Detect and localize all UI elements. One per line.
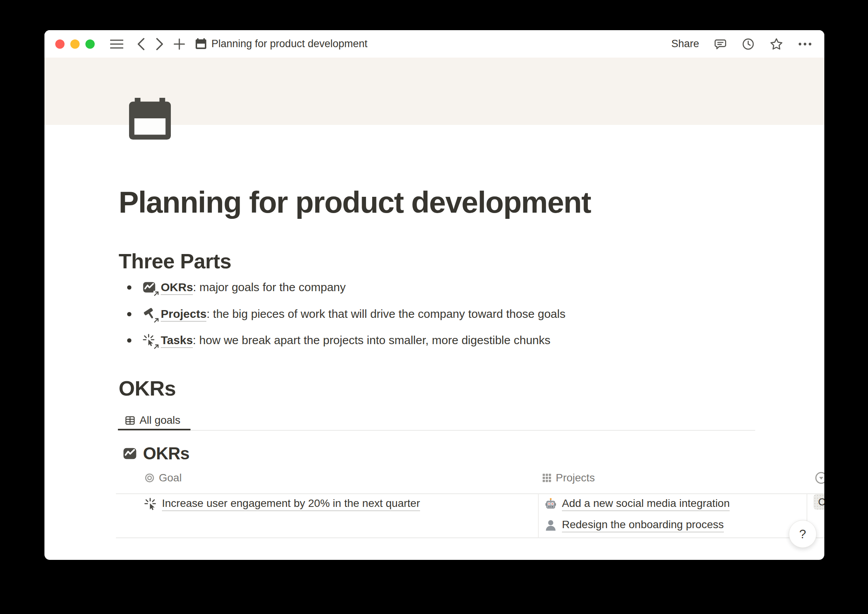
project-link[interactable]: Redesign the onboarding process bbox=[562, 518, 724, 532]
chart-page-icon bbox=[143, 281, 156, 294]
zoom-button[interactable] bbox=[85, 39, 95, 49]
tasks-description: : how we break apart the projects into s… bbox=[193, 334, 550, 346]
database-chart-icon bbox=[123, 447, 137, 460]
column-header-goal[interactable]: Goal bbox=[144, 472, 182, 484]
updates-clock-icon[interactable] bbox=[742, 38, 755, 51]
sidebar-menu-icon[interactable] bbox=[110, 39, 123, 49]
toolbar-page-title[interactable]: Planning for product development bbox=[211, 38, 368, 50]
goal-link[interactable]: Increase user engagement by 20% in the n… bbox=[162, 497, 420, 511]
link-arrow-icon bbox=[153, 344, 159, 350]
new-page-icon[interactable] bbox=[174, 38, 185, 50]
forward-icon[interactable] bbox=[156, 38, 163, 50]
help-button[interactable]: ? bbox=[789, 520, 817, 548]
close-button[interactable] bbox=[55, 39, 65, 49]
table-row-goal-cell: Increase user engagement by 20% in the n… bbox=[144, 497, 420, 511]
goal-target-icon bbox=[144, 472, 155, 483]
comments-icon[interactable] bbox=[714, 38, 727, 51]
page-icon-calendar[interactable] bbox=[127, 98, 173, 142]
projects-grid-icon bbox=[542, 473, 552, 483]
database-title[interactable]: OKRs bbox=[123, 444, 189, 463]
column-header-label: Goal bbox=[159, 472, 182, 484]
notion-window: Planning for product development Share P… bbox=[44, 30, 824, 560]
minimize-button[interactable] bbox=[70, 39, 80, 49]
project-item: Add a new social media integration bbox=[544, 497, 730, 511]
favorite-star-icon[interactable] bbox=[769, 37, 783, 51]
click-page-icon bbox=[143, 334, 156, 347]
toolbar: Planning for product development Share bbox=[44, 30, 824, 58]
list-item-okrs: OKRs: major goals for the company bbox=[127, 281, 346, 294]
back-icon[interactable] bbox=[137, 38, 145, 50]
link-arrow-icon bbox=[153, 317, 159, 323]
bullet-dot bbox=[127, 312, 131, 316]
person-icon bbox=[544, 519, 557, 532]
more-options-icon[interactable] bbox=[798, 42, 812, 46]
column-divider bbox=[538, 494, 539, 538]
bullet-dot bbox=[127, 338, 131, 343]
table-row-divider bbox=[116, 537, 824, 538]
hammer-page-icon bbox=[143, 307, 156, 321]
window-controls bbox=[55, 39, 95, 49]
project-link[interactable]: Add a new social media integration bbox=[562, 497, 730, 511]
tasks-page-link[interactable]: Tasks bbox=[161, 334, 193, 348]
list-item-projects: Projects: the big pieces of work that wi… bbox=[127, 307, 565, 321]
active-tab-underline bbox=[118, 429, 191, 430]
link-arrow-icon bbox=[153, 291, 159, 297]
projects-page-link[interactable]: Projects bbox=[161, 307, 206, 322]
view-tabs-divider bbox=[118, 430, 755, 431]
project-item: Redesign the onboarding process bbox=[544, 518, 724, 532]
click-goal-icon bbox=[144, 498, 157, 511]
database-title-label: OKRs bbox=[143, 444, 189, 463]
heading-three-parts: Three Parts bbox=[119, 249, 231, 273]
projects-description: : the big pieces of work that will drive… bbox=[206, 307, 565, 320]
robot-icon bbox=[544, 498, 557, 511]
heading-okrs: OKRs bbox=[119, 376, 176, 400]
okrs-description: : major goals for the company bbox=[193, 281, 345, 293]
toolbar-actions: Share bbox=[671, 30, 812, 58]
table-view-icon bbox=[125, 415, 135, 426]
view-tab-label: All goals bbox=[140, 414, 180, 426]
okrs-page-link[interactable]: OKRs bbox=[161, 281, 193, 295]
bullet-dot bbox=[127, 285, 131, 290]
list-item-tasks: Tasks: how we break apart the projects i… bbox=[127, 334, 550, 347]
column-header-projects[interactable]: Projects bbox=[542, 472, 595, 484]
status-tag[interactable]: O bbox=[814, 494, 824, 510]
page-title: Planning for product development bbox=[119, 185, 591, 220]
status-chevron-circle-icon[interactable] bbox=[815, 471, 824, 484]
column-header-label: Projects bbox=[556, 472, 595, 484]
share-button[interactable]: Share bbox=[671, 38, 699, 50]
table-header-divider bbox=[116, 493, 824, 494]
page-calendar-icon bbox=[195, 38, 207, 49]
view-tab-all-goals[interactable]: All goals bbox=[118, 411, 187, 429]
